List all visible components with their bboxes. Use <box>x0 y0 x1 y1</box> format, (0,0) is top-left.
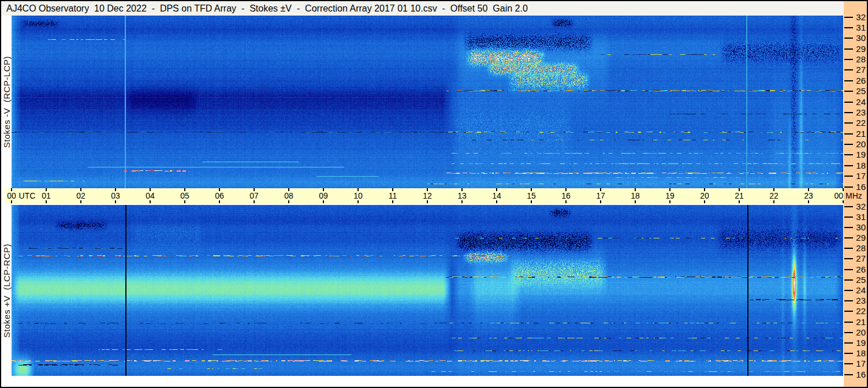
freq-tick-mark <box>844 133 853 135</box>
freq-tick-label: 29 <box>853 44 866 54</box>
freq-tick-mark <box>844 102 853 103</box>
hour-tick-mark <box>184 200 185 203</box>
freq-tick-label: 25 <box>853 86 866 96</box>
hour-tick-mark <box>357 200 359 203</box>
freq-tick-mark <box>844 227 853 228</box>
hour-tick-mark <box>461 200 463 203</box>
freq-tick-label: 26 <box>853 264 866 274</box>
freq-tick-label: 32 <box>853 12 866 22</box>
title-bar: AJ4CO Observatory 10 Dec 2022 - DPS on T… <box>1 1 844 16</box>
time-axis-band: 00UTC01020304050607080910111213141516171… <box>5 188 844 203</box>
freq-tick-mark <box>844 300 853 301</box>
freq-tick-label: 20 <box>853 327 866 337</box>
freq-tick-mark <box>844 290 853 291</box>
freq-tick-mark <box>844 186 853 188</box>
freq-tick-mark <box>844 154 853 155</box>
freq-tick-label: 32 <box>853 202 866 211</box>
freq-tick-mark <box>844 322 853 323</box>
freq-tick-label: 18 <box>853 348 866 358</box>
freq-tick-mark <box>844 144 853 145</box>
freq-tick-mark <box>844 217 853 218</box>
hour-tick-mark <box>704 200 705 203</box>
time-tick-label: 18 <box>631 191 640 200</box>
freq-tick-mark <box>844 269 853 270</box>
freq-tick-mark <box>844 363 853 364</box>
mhz-unit-label: MHz <box>845 191 862 200</box>
time-tick-label: 05 <box>180 191 189 200</box>
freq-tick-label: 31 <box>853 212 866 222</box>
time-tick-label: 19 <box>665 191 675 200</box>
hour-tick-mark <box>600 200 601 203</box>
hour-tick-mark <box>46 200 47 203</box>
stokes-minus-v-label: Stokes -V (RCP-LCP) <box>2 56 12 148</box>
time-tick-label: 07 <box>249 191 259 200</box>
hour-tick-mark <box>669 200 670 203</box>
freq-tick-mark <box>844 342 853 344</box>
freq-tick-label: 25 <box>853 275 866 285</box>
hour-tick-mark <box>843 200 844 203</box>
time-tick-label: 22 <box>769 191 778 200</box>
freq-tick-mark <box>844 38 853 39</box>
freq-tick-mark <box>844 112 853 113</box>
hour-tick-mark <box>635 200 636 203</box>
freq-tick-label: 31 <box>853 23 866 32</box>
freq-tick-mark <box>844 59 853 60</box>
hour-tick-mark <box>219 200 220 203</box>
freq-tick-mark <box>844 353 853 354</box>
time-tick-label: 17 <box>596 191 605 200</box>
time-tick-label: 01 <box>42 191 51 200</box>
freq-tick-label: 23 <box>853 107 866 117</box>
time-tick-label: 15 <box>527 191 536 200</box>
hour-tick-mark <box>288 200 289 203</box>
freq-tick-mark <box>844 69 853 70</box>
hour-tick-mark <box>808 200 809 203</box>
time-tick-label: 23 <box>804 191 813 200</box>
freq-tick-label: 23 <box>853 296 866 305</box>
freq-tick-mark <box>844 279 853 281</box>
freq-tick-mark <box>844 311 853 312</box>
hour-tick-mark <box>150 200 151 203</box>
left-axis-label-bottom: Stokes +V (LCP-RCP) <box>1 205 12 376</box>
utc-label: UTC <box>19 191 36 200</box>
freq-tick-label: 27 <box>853 253 866 263</box>
freq-tick-label: 30 <box>853 33 866 43</box>
spectrogram-stokes-plus-v <box>12 205 843 376</box>
freq-tick-label: 30 <box>853 222 866 232</box>
hour-tick-mark <box>427 200 428 203</box>
freq-tick-label: 17 <box>853 359 866 368</box>
freq-tick-mark <box>844 374 853 375</box>
freq-tick-label: 21 <box>853 129 866 139</box>
freq-tick-label: 22 <box>853 118 866 128</box>
freq-tick-mark <box>844 332 853 333</box>
time-tick-label: 00 <box>834 191 843 200</box>
hour-tick-mark <box>392 200 393 203</box>
time-tick-label: 10 <box>353 191 363 200</box>
freq-tick-label: 19 <box>853 150 866 159</box>
freq-tick-label: 24 <box>853 97 866 107</box>
time-tick-label: 00 <box>7 191 16 200</box>
freq-tick-label: 29 <box>853 233 866 242</box>
freq-tick-label: 22 <box>853 306 866 316</box>
time-tick-label: 14 <box>492 191 501 200</box>
freq-tick-mark <box>844 27 853 28</box>
time-tick-label: 21 <box>735 191 744 200</box>
title-text: AJ4CO Observatory 10 Dec 2022 - DPS on T… <box>1 3 528 13</box>
hour-tick-mark <box>496 200 497 203</box>
freq-tick-mark <box>844 237 853 238</box>
freq-tick-label: 21 <box>853 317 866 327</box>
hour-tick-mark <box>565 200 567 203</box>
hour-tick-mark <box>11 200 12 203</box>
time-tick-label: 03 <box>111 191 120 200</box>
hour-tick-mark <box>323 200 324 203</box>
freq-tick-mark <box>844 165 853 166</box>
time-tick-label: 08 <box>284 191 293 200</box>
time-tick-label: 16 <box>561 191 571 200</box>
spectrogram-stokes-minus-v <box>12 16 843 188</box>
freq-tick-label: 17 <box>853 171 866 181</box>
hour-tick-mark <box>80 200 81 203</box>
freq-tick-mark <box>844 258 853 259</box>
time-tick-label: 11 <box>389 191 397 200</box>
freq-tick-mark <box>844 91 853 92</box>
freq-tick-label: 24 <box>853 285 866 295</box>
freq-tick-label: 27 <box>853 65 866 74</box>
